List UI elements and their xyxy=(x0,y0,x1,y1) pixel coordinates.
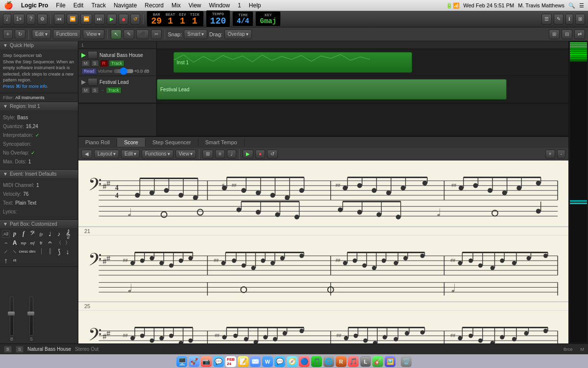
toolbar-count-in[interactable]: 1+ xyxy=(13,14,24,25)
status-s-btn[interactable]: S xyxy=(16,346,24,353)
toolbar-mixer[interactable]: ☰ xyxy=(541,14,552,25)
menu-track[interactable]: Track xyxy=(91,2,106,9)
dock-photos2[interactable]: 🖼️ xyxy=(385,356,395,367)
score-view-btn[interactable]: View ▾ xyxy=(175,150,196,158)
score-back-btn[interactable]: ◀ xyxy=(81,150,92,158)
quick-help-header[interactable]: ▼ Quick Help xyxy=(0,41,78,50)
track-mute-1[interactable]: M xyxy=(81,60,90,67)
pointer-tool[interactable]: ↖ xyxy=(111,29,122,39)
zoom-out-btn[interactable]: ⊟ xyxy=(562,29,572,39)
track-record-2[interactable] xyxy=(100,89,105,91)
toolbar-editors[interactable]: ✎ xyxy=(554,14,564,25)
zoom-in-btn[interactable]: ⊞ xyxy=(549,29,560,39)
eraser-tool[interactable]: ⬛ xyxy=(136,29,149,39)
part-sym-quarter[interactable]: ♩ xyxy=(46,230,54,238)
aux-fader-handle[interactable] xyxy=(27,312,34,315)
part-sym-f[interactable]: f xyxy=(20,230,27,238)
fader-handle[interactable] xyxy=(8,312,15,315)
edit-menu-btn[interactable]: Edit ▾ xyxy=(32,29,51,39)
dock-safari[interactable]: 🧭 xyxy=(287,356,297,367)
dock-trash[interactable]: 🗑️ xyxy=(401,356,412,367)
toolbar-smartcontrols[interactable]: ⊞ xyxy=(575,14,585,25)
region-block-festival[interactable]: Festival Lead xyxy=(157,79,507,100)
track-mode-1[interactable]: Track xyxy=(109,60,124,67)
notation-area[interactable]: 𝄢 # # 4 4 xyxy=(78,160,568,343)
dock-network[interactable]: 🌐 xyxy=(323,356,334,367)
score-play-btn[interactable]: ▶ xyxy=(243,150,253,158)
tab-step-sequencer[interactable]: Step Sequencer xyxy=(146,138,198,147)
part-sym-hairpin-open[interactable]: 〈 xyxy=(55,239,63,247)
part-sym-hairpin-close[interactable]: 〉 xyxy=(64,239,72,247)
score-record-btn[interactable]: ● xyxy=(255,150,265,158)
track-mute-2[interactable]: M xyxy=(81,87,90,94)
region-header[interactable]: ▼ Region: Inst 1 xyxy=(0,102,78,110)
toolbar-help[interactable]: ? xyxy=(26,14,35,25)
score-zoom-in-btn[interactable]: + xyxy=(545,150,555,158)
part-sym-A[interactable]: A xyxy=(11,239,19,247)
toolbar-metronome[interactable]: ♩ xyxy=(3,14,11,25)
pencil-tool[interactable]: ✎ xyxy=(123,29,134,39)
part-sym-gliss2[interactable]: ⟍ xyxy=(11,248,19,256)
partbox-header[interactable]: ▼ Part Box: Customized xyxy=(0,220,78,228)
dock-spotify[interactable]: 🎵 xyxy=(311,356,322,367)
menu-window[interactable]: Window xyxy=(209,2,230,9)
search-icon[interactable]: 🔍 xyxy=(568,2,575,9)
automatch-btn[interactable]: ⇄ xyxy=(574,29,585,39)
region-block-inst1[interactable]: Inst 1 xyxy=(173,52,412,73)
nooverlap-checkbox[interactable]: ✓ xyxy=(31,150,35,157)
menu-help[interactable]: Help xyxy=(249,2,261,9)
track-read-btn-1[interactable]: Read xyxy=(81,68,97,75)
track-mode-2[interactable]: Track xyxy=(106,87,122,94)
part-sym-tie[interactable]: ⌢ xyxy=(2,239,10,247)
part-sym-slash1[interactable]: 𝄀 xyxy=(37,248,45,256)
dock-messages[interactable]: 💬 xyxy=(213,356,224,367)
score-grid-btn[interactable]: ⊞ xyxy=(202,150,213,158)
tab-smart-tempo[interactable]: Smart Tempo xyxy=(198,138,245,147)
part-sym-rit[interactable]: rit xyxy=(11,257,19,264)
view-menu-btn[interactable]: View ▾ xyxy=(83,29,104,39)
menu-file[interactable]: File xyxy=(56,2,65,9)
menu-logicpro[interactable]: Logic Pro xyxy=(21,2,48,9)
dock-finder[interactable]: 🖥️ xyxy=(176,356,187,367)
status-b-btn[interactable]: B xyxy=(4,346,12,353)
notification-icon[interactable]: ☰ xyxy=(579,2,584,9)
dock-mail[interactable]: ✉️ xyxy=(250,356,261,367)
dock-garageband2[interactable]: R xyxy=(336,356,346,367)
dock-stickies[interactable]: 📝 xyxy=(238,356,248,367)
part-sym-trill[interactable]: tr xyxy=(37,239,45,247)
part-sym-bass-clef[interactable]: 𝄢 xyxy=(28,230,36,238)
menu-1[interactable]: 1 xyxy=(238,2,241,9)
track-record-1[interactable]: R xyxy=(100,60,108,67)
functions-menu-btn[interactable]: Functions xyxy=(53,29,81,39)
toolbar-settings[interactable]: ⚙ xyxy=(37,14,48,25)
part-sym-dim[interactable]: dim xyxy=(28,248,36,256)
event-header[interactable]: ▼ Event: Insert Defaults xyxy=(0,170,78,178)
interp-checkbox[interactable]: ✓ xyxy=(35,132,39,139)
dock-photos[interactable]: 📷 xyxy=(201,356,212,367)
part-sym-slant3[interactable]: ↑ xyxy=(2,257,10,264)
part-sym-treble[interactable]: 𝄞 xyxy=(64,230,72,238)
dock-logic[interactable]: L xyxy=(360,356,371,367)
menu-record[interactable]: Record xyxy=(145,2,164,9)
score-cycle-btn[interactable]: ↺ xyxy=(267,150,278,158)
part-sym-slant1[interactable]: ⟆ xyxy=(55,248,63,256)
track-solo-2[interactable]: S xyxy=(91,87,99,94)
dock-calendar[interactable]: FEB24 xyxy=(225,356,236,367)
toolbar-back[interactable]: ⏪ xyxy=(67,14,78,25)
scissors-tool[interactable]: ✂ xyxy=(151,29,162,39)
add-track-btn[interactable]: + xyxy=(3,29,13,39)
dock-chrome[interactable]: 🔵 xyxy=(299,356,310,367)
part-sym-eighth[interactable]: ♪ xyxy=(55,230,63,238)
score-edit-btn[interactable]: Edit ▾ xyxy=(121,150,140,158)
part-sym-slash2[interactable]: 𝄁 xyxy=(46,248,54,256)
toolbar-rewind[interactable]: ⏮ xyxy=(54,14,65,25)
score-layout-btn[interactable]: Layout ▾ xyxy=(94,150,119,158)
drag-value-btn[interactable]: Overlap ▾ xyxy=(224,29,252,39)
dock-garageband[interactable]: 🎸 xyxy=(372,356,383,367)
toolbar-inspector[interactable]: ℹ xyxy=(565,14,573,25)
part-sym-fp[interactable]: fp xyxy=(37,230,45,238)
track-play-btn-1[interactable]: ▶ xyxy=(81,52,86,58)
loop-btn[interactable]: ↻ xyxy=(15,29,25,39)
part-sym-dynamic2[interactable]: mf xyxy=(28,239,36,247)
toolbar-play[interactable]: ▶ xyxy=(107,14,117,25)
